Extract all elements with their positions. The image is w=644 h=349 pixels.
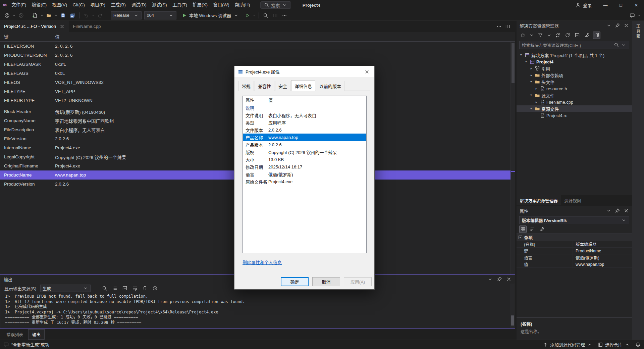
details-row[interactable]: 产品版本2.0.2.6 xyxy=(243,141,366,148)
remove-properties-link[interactable]: 删除属性和个人信息 xyxy=(243,259,282,265)
menu-item[interactable]: 调试(D) xyxy=(128,1,149,9)
details-row[interactable]: 原始文件名Project4.exe xyxy=(243,178,366,185)
menu-item[interactable]: 项目(P) xyxy=(88,1,108,9)
property-pages-icon[interactable] xyxy=(538,226,545,233)
menu-item[interactable]: 工具(T) xyxy=(170,1,190,9)
navigate-back-dropdown-icon[interactable] xyxy=(12,11,16,20)
details-row[interactable]: 类型应用程序 xyxy=(243,119,366,126)
property-row[interactable]: 值www.napan.top xyxy=(517,261,632,268)
save-all-button[interactable] xyxy=(68,11,77,20)
run-options-dropdown-icon[interactable] xyxy=(252,11,256,20)
details-row[interactable]: 文件说明表白小程序，无人可表白 xyxy=(243,111,366,119)
tree-item[interactable]: ▸resource.h xyxy=(517,85,632,92)
output-source-select[interactable]: 生成 xyxy=(40,285,91,292)
navigate-forward-button[interactable] xyxy=(17,11,25,20)
sync-with-active-document-icon[interactable] xyxy=(554,32,561,39)
version-row[interactable]: PRODUCTVERSION2, 0, 2, 6 xyxy=(0,51,515,60)
pin-icon[interactable] xyxy=(497,277,502,282)
version-row[interactable]: FILEVERSION2, 0, 2, 6 xyxy=(0,42,515,51)
refresh-icon[interactable] xyxy=(564,32,571,39)
tab-close-icon[interactable] xyxy=(59,24,65,29)
close-icon[interactable] xyxy=(624,208,629,213)
alphabetical-icon[interactable] xyxy=(529,226,536,233)
tree-collapsed-arrow-icon[interactable]: ▸ xyxy=(534,100,539,104)
output-scrollbar[interactable] xyxy=(510,284,515,328)
start-debugging-button[interactable]: 本地 Windows 调试器 xyxy=(179,11,241,20)
autohide-tab-toolbox[interactable]: 工具箱 xyxy=(635,24,641,39)
tree-collapsed-arrow-icon[interactable]: ▸ xyxy=(534,87,539,90)
details-row[interactable]: 版权Copyright (C) 2026 钦州的一个辣呆 xyxy=(243,148,366,156)
editor-scrollbar[interactable] xyxy=(511,42,515,275)
menu-item[interactable]: 视图(V) xyxy=(49,1,70,9)
tree-expanded-arrow-icon[interactable]: ▸ xyxy=(530,93,533,98)
messages-icon[interactable] xyxy=(111,285,118,292)
solution-platform-select[interactable]: x64 xyxy=(144,11,176,19)
open-file-dropdown-icon[interactable] xyxy=(54,11,58,20)
find-in-files-button[interactable] xyxy=(261,11,270,20)
dialog-title-bar[interactable]: Project4.exe 属性 xyxy=(234,66,374,77)
window-layout-button[interactable] xyxy=(271,11,279,20)
ok-button[interactable]: 确定 xyxy=(281,277,309,286)
dialog-tab[interactable]: 以前的版本 xyxy=(316,81,344,91)
close-icon[interactable] xyxy=(506,277,512,282)
scrollbar-thumb[interactable] xyxy=(512,43,515,83)
redo-button[interactable] xyxy=(96,11,105,20)
property-row[interactable]: 键ProductName xyxy=(517,248,632,254)
tree-expanded-arrow-icon[interactable]: ▸ xyxy=(525,59,528,64)
collapse-all-icon[interactable] xyxy=(121,285,128,292)
word-wrap-icon[interactable] xyxy=(131,285,139,292)
tree-item[interactable]: ▸FileName.cpp xyxy=(517,99,632,105)
toolbar-options-dropdown-icon[interactable] xyxy=(637,11,641,20)
panel-tab-error-list[interactable]: 错误列表 xyxy=(3,330,27,339)
tab-list-button[interactable] xyxy=(496,24,502,29)
details-row[interactable]: 修改日期2025/12/14 16:17 xyxy=(243,163,366,170)
undo-dropdown-icon[interactable] xyxy=(91,11,95,20)
tree-item[interactable]: ▸Project4 xyxy=(517,58,632,65)
send-feedback-button[interactable] xyxy=(628,11,637,20)
open-file-button[interactable] xyxy=(45,11,53,20)
pending-changes-filter-icon[interactable] xyxy=(537,32,544,39)
menu-item[interactable]: 扩展(X) xyxy=(190,1,210,9)
toolbar-overflow-button[interactable] xyxy=(280,11,289,20)
categorized-icon[interactable] xyxy=(519,226,527,233)
pin-icon[interactable] xyxy=(615,208,620,213)
tree-collapsed-arrow-icon[interactable]: ▸ xyxy=(529,67,534,70)
dialog-tab[interactable]: 兼容性 xyxy=(255,81,274,91)
tree-item[interactable]: Project4.rc xyxy=(517,112,632,119)
close-icon[interactable] xyxy=(624,23,629,28)
scrollbar-thumb[interactable] xyxy=(511,315,514,326)
dialog-tab[interactable]: 常规 xyxy=(238,81,254,91)
window-position-icon[interactable] xyxy=(606,23,611,28)
menu-item[interactable]: 生成(B) xyxy=(108,1,128,9)
switch-views-icon[interactable] xyxy=(519,32,527,39)
property-category-row[interactable]: − 杂项 xyxy=(517,234,632,241)
new-file-dropdown-icon[interactable] xyxy=(40,11,44,20)
add-to-source-control-button[interactable]: 添加到源代码管理 xyxy=(543,341,592,348)
tree-collapsed-arrow-icon[interactable]: ▸ xyxy=(529,73,534,77)
maximize-button[interactable]: □ xyxy=(613,0,629,10)
select-repository-button[interactable]: 选择仓库 xyxy=(598,341,630,348)
document-tab[interactable]: FileName.cpp xyxy=(69,21,105,32)
menu-item[interactable]: 帮助(H) xyxy=(232,1,253,9)
panel-tab-output[interactable]: 输出 xyxy=(28,329,45,340)
output-log[interactable]: 1> Previous IPDB not found, fall back to… xyxy=(0,294,509,328)
feedback-icon[interactable] xyxy=(3,342,9,347)
navigate-back-button[interactable] xyxy=(3,11,11,20)
collapse-category-icon[interactable]: − xyxy=(519,236,522,239)
details-row[interactable]: 大小13.0 KB xyxy=(243,156,366,163)
property-row[interactable]: 语言俄语(俄罗斯) xyxy=(517,254,632,261)
tree-expanded-arrow-icon[interactable]: ▸ xyxy=(520,52,523,58)
dialog-tab[interactable]: 详细信息 xyxy=(291,80,315,91)
menu-item[interactable]: Git(G) xyxy=(70,1,88,9)
properties-object-select[interactable]: 版本编辑器 IVersionBlk xyxy=(519,216,629,224)
quick-search-box[interactable]: 搜索 xyxy=(260,1,291,9)
minimize-button[interactable]: — xyxy=(598,0,613,10)
details-row[interactable]: 文件版本2.0.2.6 xyxy=(243,126,366,134)
dialog-tab[interactable]: 安全 xyxy=(275,81,290,91)
menu-item[interactable]: 编辑(E) xyxy=(29,1,49,9)
tree-item[interactable]: ▸引用 xyxy=(517,65,632,72)
tree-item[interactable]: ▸解决方案 'Project4' (1 个项目, 共 1 个) xyxy=(517,52,632,58)
undo-button[interactable] xyxy=(82,11,91,20)
tree-item[interactable]: ▸外部依赖项 xyxy=(517,72,632,79)
menu-item[interactable]: 窗口(W) xyxy=(210,1,232,9)
